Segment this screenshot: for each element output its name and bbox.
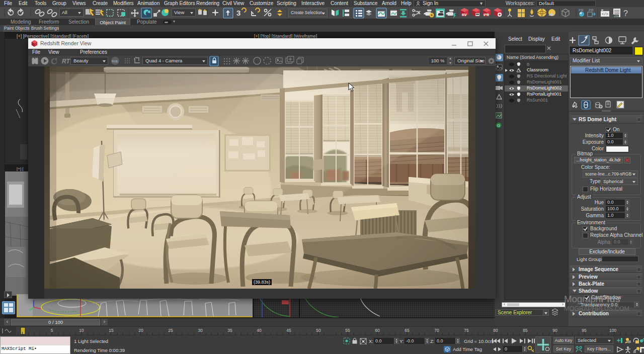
svg-text:PR: PR bbox=[589, 9, 594, 12]
svg-text:?: ? bbox=[623, 9, 628, 18]
svg-text:50: 50 bbox=[316, 328, 321, 333]
svg-text:75: 75 bbox=[464, 328, 469, 333]
svg-text:LOG: LOG bbox=[614, 15, 619, 18]
svg-text:95: 95 bbox=[582, 328, 587, 333]
svg-text:PR: PR bbox=[579, 9, 584, 12]
svg-text:3: 3 bbox=[236, 9, 240, 17]
svg-text:</>: </> bbox=[602, 12, 608, 16]
svg-text:RGB: RGB bbox=[112, 60, 118, 63]
svg-text:30: 30 bbox=[198, 328, 203, 333]
svg-text:RV: RV bbox=[462, 13, 467, 17]
svg-text:35: 35 bbox=[227, 328, 232, 333]
svg-text:IPR: IPR bbox=[484, 13, 489, 17]
svg-text:100: 100 bbox=[609, 328, 616, 333]
svg-text:25: 25 bbox=[168, 328, 173, 333]
svg-text:G: G bbox=[497, 123, 500, 128]
svg-text:RT: RT bbox=[62, 58, 70, 65]
